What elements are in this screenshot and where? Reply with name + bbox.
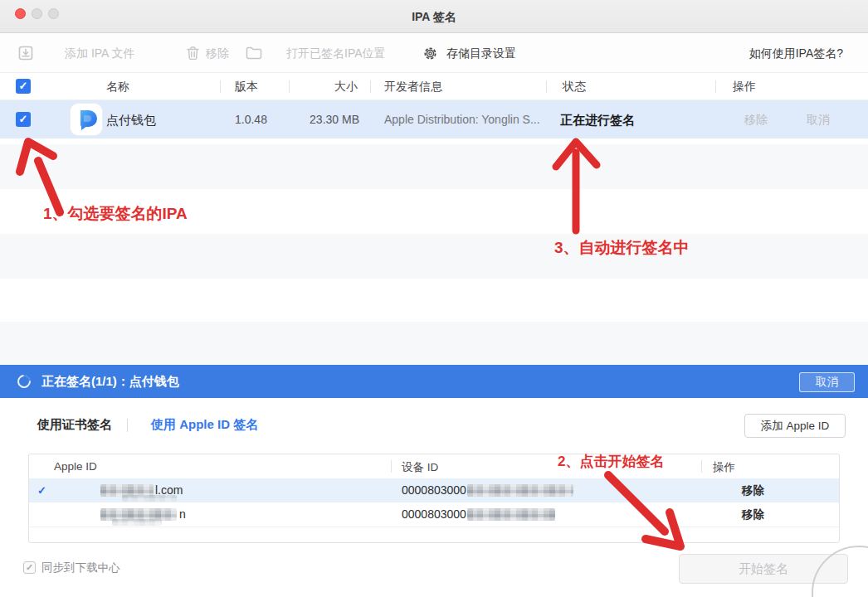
ipa-size: 23.30 MB bbox=[289, 113, 359, 126]
sync-download-label: 同步到下载中心 bbox=[41, 561, 120, 575]
sync-download-checkbox[interactable]: ✓ bbox=[23, 561, 36, 574]
import-ipa-icon bbox=[18, 46, 33, 61]
ipa-name: 点付钱包 bbox=[106, 113, 156, 129]
apple-id-table: Apple ID 设备 ID 操作 ✓ l.com 0000803000 移除 … bbox=[28, 454, 840, 543]
gear-icon bbox=[422, 46, 438, 61]
column-header-actions[interactable]: 操作 bbox=[733, 80, 756, 95]
ipa-status: 正在进行签名 bbox=[560, 113, 635, 129]
open-signed-location-button[interactable]: 打开已签名IPA位置 bbox=[286, 33, 386, 73]
column-header-developer[interactable]: 开发者信息 bbox=[384, 80, 442, 95]
remove-ipa-button[interactable]: 移除 bbox=[206, 33, 229, 73]
empty-row-stripe bbox=[0, 144, 868, 189]
column-header-status[interactable]: 状态 bbox=[563, 80, 586, 95]
empty-row-stripe bbox=[0, 234, 868, 279]
column-header-action: 操作 bbox=[713, 460, 735, 475]
select-all-checkbox[interactable]: ✓ bbox=[16, 79, 31, 94]
tab-certificate-signing[interactable]: 使用证书签名 bbox=[37, 417, 112, 433]
add-ipa-button[interactable]: 添加 IPA 文件 bbox=[65, 33, 135, 73]
title-bar: IPA 签名 bbox=[0, 0, 868, 33]
row-remove-button[interactable]: 移除 bbox=[744, 113, 768, 128]
ipa-table-header: ✓ 名称 版本 大小 开发者信息 状态 操作 bbox=[0, 73, 868, 100]
storage-settings-button[interactable]: 存储目录设置 bbox=[446, 33, 516, 73]
tab-divider bbox=[127, 419, 128, 432]
column-divider bbox=[289, 80, 290, 93]
spinner-icon bbox=[15, 372, 34, 391]
row-checkbox[interactable]: ✓ bbox=[16, 112, 31, 127]
redacted-apple-id bbox=[112, 519, 162, 526]
toolbar: 添加 IPA 文件 移除 打开已签名IPA位置 存储目录设置 如何使用IPA签名… bbox=[0, 33, 868, 73]
window-title: IPA 签名 bbox=[0, 0, 868, 33]
ipa-version: 1.0.48 bbox=[235, 113, 267, 126]
row-cancel-button[interactable]: 取消 bbox=[807, 113, 830, 128]
column-divider bbox=[370, 80, 371, 93]
column-divider bbox=[391, 460, 392, 473]
apple-id-row[interactable]: ✓ l.com 0000803000 移除 bbox=[29, 478, 839, 502]
app-icon bbox=[71, 104, 102, 135]
ipa-table-row[interactable]: ✓ 点付钱包 1.0.48 23.30 MB Apple Distributio… bbox=[0, 100, 868, 138]
column-header-device-id: 设备 ID bbox=[402, 460, 438, 475]
signing-progress-bar: 正在签名(1/1)：点付钱包 取消 bbox=[0, 365, 868, 398]
column-divider bbox=[701, 460, 702, 473]
device-id-text: 0000803000 bbox=[402, 483, 466, 497]
how-to-use-link[interactable]: 如何使用IPA签名? bbox=[749, 33, 843, 73]
annotation-step2: 2、点击开始签名 bbox=[558, 452, 664, 471]
column-header-size[interactable]: 大小 bbox=[334, 80, 358, 95]
device-id-text: 0000803000 bbox=[402, 507, 466, 521]
add-apple-id-button[interactable]: 添加 Apple ID bbox=[744, 414, 846, 438]
column-divider bbox=[715, 80, 716, 93]
annotation-step1: 1、勾选要签名的IPA bbox=[43, 203, 188, 225]
column-header-apple-id: Apple ID bbox=[54, 460, 97, 473]
redacted-device-id bbox=[467, 484, 573, 497]
remove-apple-id-button[interactable]: 移除 bbox=[742, 483, 764, 498]
ipa-signing-window: IPA 签名 添加 IPA 文件 移除 打开已签名IPA位置 存储目录设置 如何… bbox=[0, 0, 868, 597]
signing-progress-text: 正在签名(1/1)：点付钱包 bbox=[41, 365, 179, 398]
column-divider bbox=[220, 80, 221, 93]
tab-apple-id-signing[interactable]: 使用 Apple ID 签名 bbox=[151, 417, 258, 433]
cancel-signing-button[interactable]: 取消 bbox=[799, 372, 855, 392]
remove-apple-id-button[interactable]: 移除 bbox=[742, 507, 764, 522]
folder-icon bbox=[246, 46, 262, 60]
signing-panel: 使用证书签名 使用 Apple ID 签名 添加 Apple ID Apple … bbox=[0, 398, 868, 597]
column-header-name[interactable]: 名称 bbox=[106, 80, 129, 95]
apple-id-text: n bbox=[179, 507, 186, 521]
column-header-version[interactable]: 版本 bbox=[235, 80, 258, 95]
selected-check-icon: ✓ bbox=[37, 484, 46, 497]
column-divider bbox=[546, 80, 547, 93]
empty-row-stripe bbox=[0, 322, 868, 365]
ipa-developer: Apple Distribution: Yonglin S... bbox=[384, 113, 540, 126]
apple-id-table-header: Apple ID 设备 ID 操作 bbox=[29, 454, 839, 478]
annotation-step3: 3、自动进行签名中 bbox=[554, 237, 690, 259]
apple-id-text: l.com bbox=[155, 483, 183, 497]
apple-id-row[interactable]: n 0000803000 移除 bbox=[29, 502, 839, 527]
row-divider bbox=[29, 527, 839, 527]
redacted-device-id bbox=[467, 508, 555, 521]
trash-icon bbox=[186, 46, 200, 61]
